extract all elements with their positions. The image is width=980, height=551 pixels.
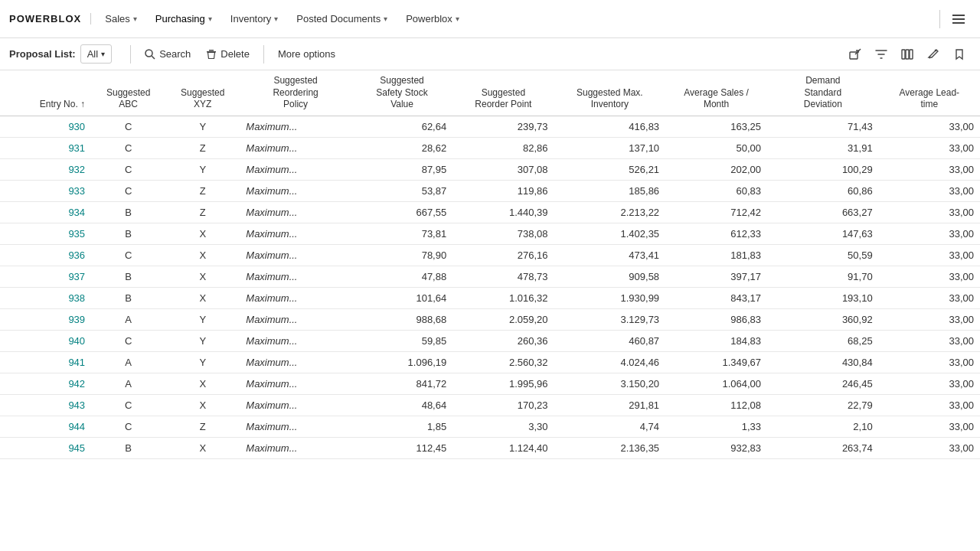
nav-powerblox-chevron: ▾ (456, 15, 459, 23)
data-cell: A (91, 308, 165, 330)
table-row: 936CXMaximum...78,90276,16473,41181,8350… (0, 244, 980, 266)
share-button[interactable] (844, 43, 867, 66)
share-icon (849, 48, 861, 60)
data-cell: 53,87 (351, 180, 452, 201)
table-row: 942AXMaximum...841,721.995,963.150,201.0… (0, 373, 980, 394)
data-cell: 47,88 (351, 266, 452, 287)
data-cell: X (165, 244, 240, 266)
data-cell: Maximum... (240, 158, 351, 180)
data-cell: Maximum... (240, 180, 351, 201)
data-cell: Z (165, 416, 240, 437)
data-cell: 612,33 (665, 223, 767, 244)
table-row: 938BXMaximum...101,641.016,321.930,99843… (0, 287, 980, 308)
data-cell: B (91, 437, 165, 458)
data-cell: Maximum... (240, 373, 351, 394)
edit-button[interactable] (922, 43, 945, 66)
data-cell: 526,21 (554, 158, 666, 180)
svg-rect-11 (910, 50, 913, 59)
table-row: 945BXMaximum...112,451.124,402.136,35932… (0, 437, 980, 458)
data-cell: 33,00 (879, 351, 980, 373)
data-cell: 1.016,32 (452, 287, 554, 308)
delete-button[interactable]: Delete (198, 44, 257, 64)
data-cell: 473,41 (554, 244, 666, 266)
col-header-xyz[interactable]: SuggestedXYZ (165, 70, 240, 116)
col-header-demand-std[interactable]: DemandStandardDeviation (767, 70, 879, 116)
entry-no-cell[interactable]: 932 (0, 158, 91, 180)
data-cell: B (91, 266, 165, 287)
col-header-reorder-point[interactable]: SuggestedReorder Point (452, 70, 554, 116)
data-cell: C (91, 416, 165, 437)
data-cell: 1.064,00 (665, 373, 767, 394)
table-row: 941AYMaximum...1.096,192.560,324.024,461… (0, 351, 980, 373)
nav-item-powerblox[interactable]: Powerblox ▾ (398, 8, 467, 29)
table-row: 937BXMaximum...47,88478,73909,58397,1791… (0, 266, 980, 287)
data-cell: 307,08 (452, 158, 554, 180)
data-cell: Maximum... (240, 223, 351, 244)
data-table: Entry No. ↑ SuggestedABC SuggestedXYZ Su… (0, 70, 980, 459)
data-cell: Z (165, 180, 240, 201)
data-cell: 33,00 (879, 223, 980, 244)
data-cell: 1.930,99 (554, 287, 666, 308)
data-cell: 239,73 (452, 116, 554, 137)
data-cell: X (165, 266, 240, 287)
table-container[interactable]: Entry No. ↑ SuggestedABC SuggestedXYZ Su… (0, 70, 980, 551)
nav-item-purchasing[interactable]: Purchasing ▾ (148, 8, 220, 29)
columns-button[interactable] (896, 43, 919, 66)
nav-menu: Sales ▾ Purchasing ▾ Inventory ▾ Posted … (97, 8, 933, 29)
data-cell: 33,00 (879, 201, 980, 223)
filter-button[interactable] (870, 43, 893, 66)
filter-dropdown[interactable]: All ▾ (80, 44, 112, 64)
entry-no-cell[interactable]: 942 (0, 373, 91, 394)
entry-no-cell[interactable]: 940 (0, 330, 91, 351)
col-header-avg-lead[interactable]: Average Lead-time (879, 70, 980, 116)
entry-no-cell[interactable]: 936 (0, 244, 91, 266)
data-cell: 22,79 (767, 394, 879, 416)
data-cell: 185,86 (554, 180, 666, 201)
data-cell: 170,23 (452, 394, 554, 416)
entry-no-cell[interactable]: 944 (0, 416, 91, 437)
data-cell: Maximum... (240, 287, 351, 308)
nav-item-sales[interactable]: Sales ▾ (97, 8, 145, 29)
entry-no-cell[interactable]: 935 (0, 223, 91, 244)
data-cell: 33,00 (879, 394, 980, 416)
col-header-entry-no[interactable]: Entry No. ↑ (0, 70, 91, 116)
data-cell: 1.402,35 (554, 223, 666, 244)
entry-no-cell[interactable]: 938 (0, 287, 91, 308)
data-cell: 87,95 (351, 158, 452, 180)
entry-no-cell[interactable]: 933 (0, 180, 91, 201)
col-header-reordering-policy[interactable]: SuggestedReorderingPolicy (240, 70, 351, 116)
svg-line-4 (152, 56, 155, 59)
more-options-button[interactable]: More options (270, 44, 343, 64)
data-cell: Maximum... (240, 394, 351, 416)
bookmark-button[interactable] (948, 43, 971, 66)
hamburger-button[interactable] (946, 7, 971, 31)
nav-item-inventory[interactable]: Inventory ▾ (223, 8, 286, 29)
more-options-label: More options (278, 48, 335, 60)
search-button[interactable]: Search (137, 44, 198, 64)
data-cell: 1,33 (665, 416, 767, 437)
entry-no-cell[interactable]: 934 (0, 201, 91, 223)
entry-no-cell[interactable]: 941 (0, 351, 91, 373)
brand-logo: POWERBLOX (9, 13, 91, 24)
entry-no-cell[interactable]: 937 (0, 266, 91, 287)
data-cell: 2.059,20 (452, 308, 554, 330)
data-cell: C (91, 244, 165, 266)
entry-no-cell[interactable]: 943 (0, 394, 91, 416)
col-header-abc[interactable]: SuggestedABC (91, 70, 165, 116)
data-cell: 2.213,22 (554, 201, 666, 223)
data-cell: C (91, 394, 165, 416)
col-header-safety-stock[interactable]: SuggestedSafety StockValue (351, 70, 452, 116)
nav-item-posted-documents[interactable]: Posted Documents ▾ (289, 8, 395, 29)
data-cell: 416,83 (554, 116, 666, 137)
entry-no-cell[interactable]: 931 (0, 137, 91, 158)
data-cell: Y (165, 351, 240, 373)
table-row: 939AYMaximum...988,682.059,203.129,73986… (0, 308, 980, 330)
entry-no-cell[interactable]: 930 (0, 116, 91, 137)
search-icon (145, 49, 155, 60)
data-cell: X (165, 437, 240, 458)
col-header-max-inventory[interactable]: Suggested Max.Inventory (554, 70, 666, 116)
entry-no-cell[interactable]: 939 (0, 308, 91, 330)
entry-no-cell[interactable]: 945 (0, 437, 91, 458)
col-header-avg-sales[interactable]: Average Sales /Month (665, 70, 767, 116)
data-cell: 33,00 (879, 244, 980, 266)
